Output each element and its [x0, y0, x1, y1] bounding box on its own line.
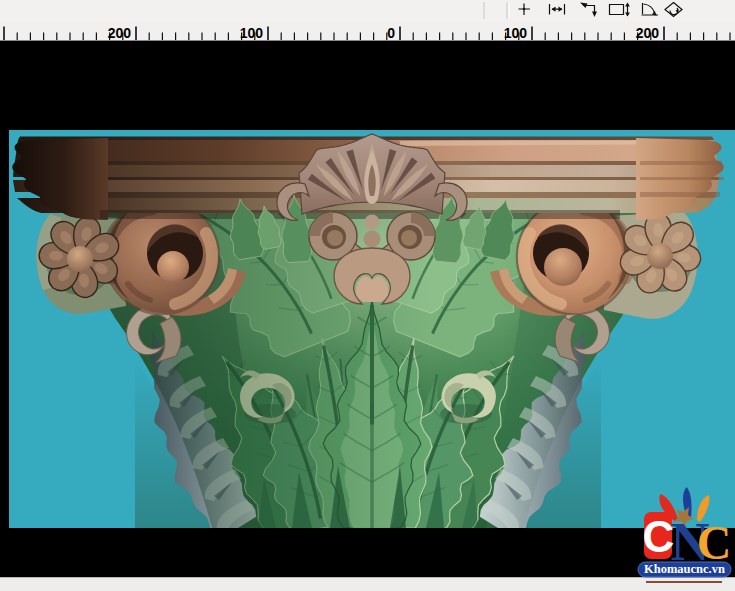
svg-text:200: 200 [636, 25, 660, 41]
svg-text:200: 200 [108, 25, 132, 41]
svg-text:100: 100 [504, 25, 528, 41]
svg-text:0: 0 [387, 25, 395, 41]
svg-text:100: 100 [240, 25, 264, 41]
svg-text:Khomaucnc.vn: Khomaucnc.vn [644, 562, 725, 576]
